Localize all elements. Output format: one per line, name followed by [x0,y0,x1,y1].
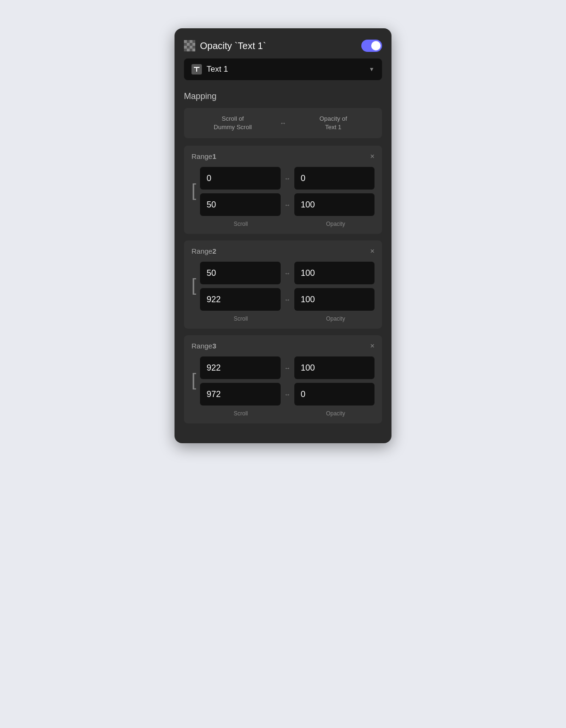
range-2-arrows: ↔ ↔ [281,262,294,311]
range-3-header: Range3 × [191,342,375,350]
range-3-scroll-column: 922 972 [200,356,281,405]
svg-rect-7 [192,43,195,46]
range-3-opacity-input-0[interactable]: 100 [294,356,375,379]
range-2-opacity-input-1[interactable]: 100 [294,288,375,311]
range-2-close-button[interactable]: × [370,248,375,255]
range-3-opacity-label: Opacity [297,410,375,417]
range-1-opacity-label: Opacity [297,221,375,227]
range-1-scroll-input-0[interactable]: 0 [200,167,281,190]
range-2-title: Range2 [191,247,216,255]
range-1-arrows: ↔ ↔ [281,167,294,216]
range-card-3: Range3 × [ 922 972 ↔ ↔ 100 0 [184,335,382,423]
range-1-opacity-input-0[interactable]: 0 [294,167,375,190]
svg-rect-6 [190,43,192,46]
range-3-arrow-1: ↔ [284,383,291,405]
panel-title: Opacity `Text 1` [200,41,266,51]
svg-rect-13 [187,49,190,51]
range-2-opacity-column: 100 100 [294,262,375,311]
svg-rect-0 [184,40,187,43]
mapping-row: Scroll ofDummy Scroll ↔ Opacity ofText 1 [184,108,382,138]
panel-header: Opacity `Text 1` [184,40,382,52]
range-2-arrow-0: ↔ [284,262,291,284]
svg-rect-11 [192,46,195,49]
main-panel: Opacity `Text 1` Text 1 ▼ Mapping Scroll… [175,28,391,443]
checker-icon [184,40,195,51]
range-1-scroll-input-1[interactable]: 50 [200,193,281,216]
svg-rect-15 [192,49,195,51]
toggle-switch[interactable] [361,40,382,52]
dropdown-left: Text 1 [191,64,228,74]
text-layer-icon [191,64,202,74]
range-3-labels: Scroll Opacity [191,410,375,417]
range-3-close-button[interactable]: × [370,342,375,350]
range-2-opacity-input-0[interactable]: 100 [294,262,375,284]
range-1-labels: Scroll Opacity [191,221,375,227]
range-2-opacity-label: Opacity [297,315,375,322]
svg-rect-12 [184,49,187,51]
svg-rect-9 [187,46,190,49]
svg-rect-5 [187,43,190,46]
range-2-header: Range2 × [191,247,375,255]
mapping-target-label: Opacity ofText 1 [292,115,375,132]
svg-rect-10 [190,46,192,49]
ranges-container: Range1 × [ 0 50 ↔ ↔ 0 100 [184,146,382,423]
range-2-scroll-input-1[interactable]: 922 [200,288,281,311]
range-3-title: Range3 [191,342,216,350]
svg-rect-3 [192,40,195,43]
range-1-header: Range1 × [191,152,375,160]
dropdown-label: Text 1 [207,65,228,74]
range-1-scroll-column: 0 50 [200,167,281,216]
range-3-opacity-column: 100 0 [294,356,375,405]
range-2-arrow-1: ↔ [284,288,291,311]
range-1-opacity-input-1[interactable]: 100 [294,193,375,216]
range-1-opacity-column: 0 100 [294,167,375,216]
range-card-1: Range1 × [ 0 50 ↔ ↔ 0 100 [184,146,382,234]
range-3-arrow-0: ↔ [284,356,291,379]
range-3-arrows: ↔ ↔ [281,356,294,405]
range-card-2: Range2 × [ 50 922 ↔ ↔ 100 100 [184,240,382,329]
range-2-labels: Scroll Opacity [191,315,375,322]
range-2-scroll-label: Scroll [202,315,280,322]
range-3-scroll-input-0[interactable]: 922 [200,356,281,379]
dropdown-arrow-icon: ▼ [369,66,375,73]
range-1-bracket: [ [191,165,200,216]
mapping-arrow-icon: ↔ [280,119,286,127]
range-2-scroll-input-0[interactable]: 50 [200,262,281,284]
svg-rect-8 [184,46,187,49]
mapping-title: Mapping [184,91,382,101]
mapping-section: Mapping Scroll ofDummy Scroll ↔ Opacity … [184,91,382,138]
range-1-title: Range1 [191,152,216,160]
range-1-scroll-label: Scroll [202,221,280,227]
range-2-bracket: [ [191,260,200,311]
range-1-close-button[interactable]: × [370,153,375,160]
range-1-arrow-0: ↔ [284,167,291,190]
mapping-source-label: Scroll ofDummy Scroll [191,115,274,132]
svg-rect-2 [190,40,192,43]
range-1-arrow-1: ↔ [284,193,291,216]
header-left: Opacity `Text 1` [184,40,266,51]
range-3-inputs: [ 922 972 ↔ ↔ 100 0 [191,356,375,405]
svg-rect-14 [190,49,192,51]
range-3-scroll-label: Scroll [202,410,280,417]
range-3-scroll-input-1[interactable]: 972 [200,383,281,405]
svg-rect-1 [187,40,190,43]
range-2-inputs: [ 50 922 ↔ ↔ 100 100 [191,262,375,311]
svg-rect-4 [184,43,187,46]
range-3-opacity-input-1[interactable]: 0 [294,383,375,405]
range-3-bracket: [ [191,355,200,405]
svg-rect-17 [196,67,197,72]
layer-dropdown[interactable]: Text 1 ▼ [184,58,382,80]
range-2-scroll-column: 50 922 [200,262,281,311]
range-1-inputs: [ 0 50 ↔ ↔ 0 100 [191,167,375,216]
